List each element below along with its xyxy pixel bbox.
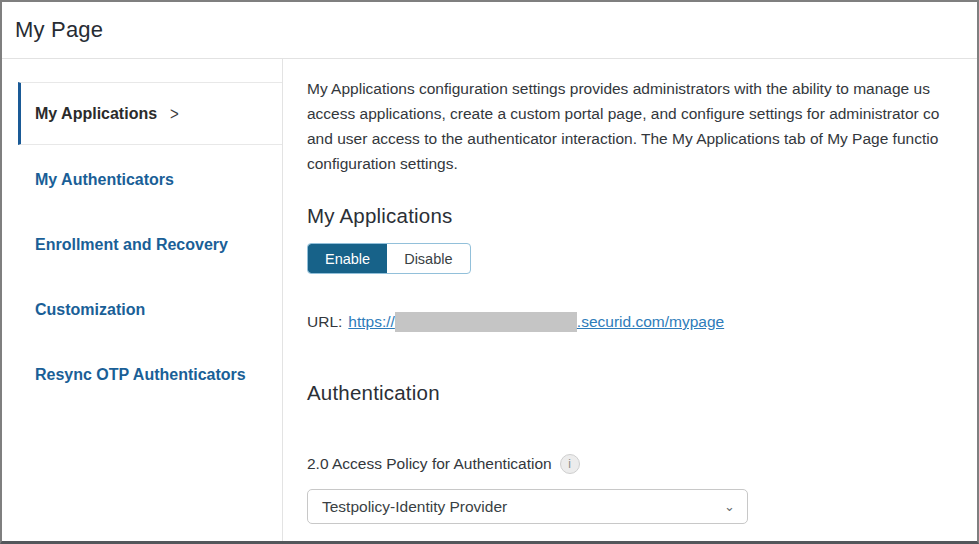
access-policy-selected-value: Testpolicy-Identity Provider: [322, 498, 724, 516]
url-prefix: https://: [348, 313, 395, 331]
disable-button[interactable]: Disable: [387, 244, 469, 273]
redacted-hostname: [395, 312, 577, 332]
url-row: URL: https://.securid.com/mypage: [307, 312, 977, 332]
access-policy-label: 2.0 Access Policy for Authentication: [307, 455, 552, 473]
settings-sidebar: My Applications > My Authenticators Enro…: [2, 59, 283, 541]
sidebar-item-label: My Applications: [35, 105, 157, 123]
url-label: URL:: [307, 313, 342, 331]
my-applications-heading: My Applications: [307, 204, 977, 228]
authentication-heading: Authentication: [307, 381, 977, 405]
intro-line: configuration settings.: [307, 151, 977, 176]
sidebar-item-enrollment-and-recovery[interactable]: Enrollment and Recovery: [35, 235, 282, 255]
mypage-url-link[interactable]: https://.securid.com/mypage: [348, 312, 724, 332]
url-suffix: .securid.com/mypage: [577, 313, 724, 331]
intro-line: and user access to the authenticator int…: [307, 126, 977, 151]
intro-line: My Applications configuration settings p…: [307, 76, 977, 101]
access-policy-label-row: 2.0 Access Policy for Authentication i: [307, 454, 977, 474]
intro-line: access applications, create a custom por…: [307, 101, 977, 126]
chevron-right-icon: >: [170, 103, 179, 123]
enable-disable-toggle: Enable Disable: [307, 243, 471, 274]
enable-button[interactable]: Enable: [308, 244, 387, 273]
sidebar-item-resync-otp-authenticators[interactable]: Resync OTP Authenticators: [35, 365, 282, 385]
page-header: My Page: [2, 2, 977, 59]
chevron-down-icon: ⌄: [724, 499, 735, 514]
page-body: My Applications > My Authenticators Enro…: [2, 59, 977, 541]
sidebar-item-my-applications[interactable]: My Applications >: [18, 82, 282, 145]
info-icon[interactable]: i: [560, 454, 580, 474]
intro-paragraph: My Applications configuration settings p…: [307, 76, 977, 176]
main-content: My Applications configuration settings p…: [283, 59, 977, 541]
sidebar-item-my-authenticators[interactable]: My Authenticators: [35, 170, 282, 190]
sidebar-item-customization[interactable]: Customization: [35, 300, 282, 320]
page-title: My Page: [15, 17, 103, 43]
access-policy-dropdown[interactable]: Testpolicy-Identity Provider ⌄: [307, 489, 748, 524]
my-page-window: My Page My Applications > My Authenticat…: [0, 0, 979, 544]
